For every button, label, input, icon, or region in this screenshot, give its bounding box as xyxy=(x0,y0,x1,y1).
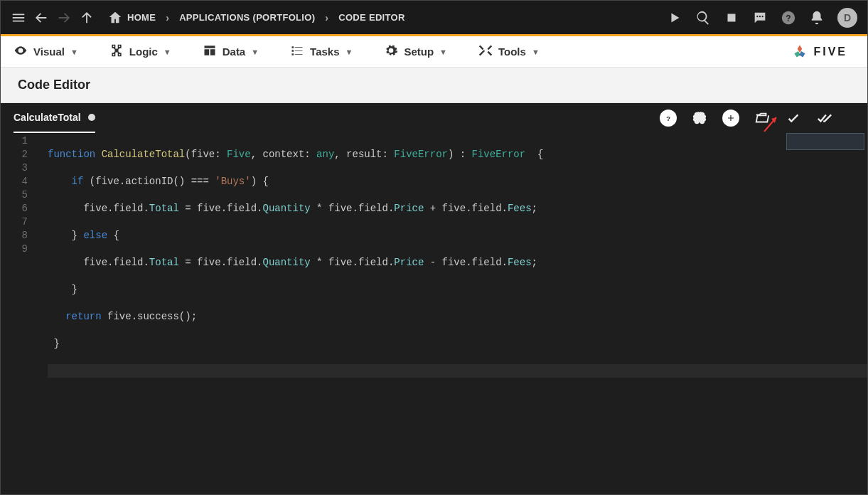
code-line: } xyxy=(48,283,867,297)
chevron-down-icon: ▼ xyxy=(164,48,171,56)
brand: FIVE xyxy=(791,43,854,61)
menu-tasks[interactable]: Tasks ▼ xyxy=(290,43,353,60)
code-line: function CalculateTotal(five: Five, cont… xyxy=(48,148,867,161)
code-line: five.field.Total = five.field.Quantity *… xyxy=(48,202,867,215)
line-number: 6 xyxy=(1,202,28,215)
brand-logo-icon xyxy=(791,43,809,61)
file-tab[interactable]: CalculateTotal xyxy=(14,103,95,133)
line-number: 1 xyxy=(1,134,28,148)
menu-logic[interactable]: Logic ▼ xyxy=(109,43,171,60)
tools-icon xyxy=(478,43,493,60)
chevron-right-icon: › xyxy=(325,12,328,23)
dirty-indicator-icon xyxy=(88,114,95,121)
double-check-icon[interactable] xyxy=(816,110,833,127)
breadcrumb: HOME › APPLICATIONS (PORTFOLIO) › CODE E… xyxy=(107,10,405,26)
editor-tab-row: CalculateTotal ? xyxy=(1,103,867,133)
menu-label: Tools xyxy=(498,46,526,58)
chat-icon[interactable] xyxy=(752,10,768,26)
gear-icon xyxy=(384,43,398,60)
stop-icon[interactable] xyxy=(724,10,739,26)
code-line: five.field.Total = five.field.Quantity *… xyxy=(48,256,867,270)
chevron-down-icon: ▼ xyxy=(532,48,540,56)
menu-label: Logic xyxy=(129,46,158,58)
breadcrumb-label: CODE EDITOR xyxy=(338,12,404,23)
breadcrumb-code-editor[interactable]: CODE EDITOR xyxy=(338,12,404,23)
menu-tools[interactable]: Tools ▼ xyxy=(478,43,540,60)
code-line: return five.success(); xyxy=(48,310,867,324)
play-icon[interactable] xyxy=(667,10,682,26)
menu-data[interactable]: Data ▼ xyxy=(203,43,259,60)
home-icon xyxy=(107,10,123,26)
line-number: 8 xyxy=(1,229,28,243)
menu-bar: Visual ▼ Logic ▼ Data ▼ Tasks ▼ Setup ▼ … xyxy=(1,36,867,68)
breadcrumb-label: APPLICATIONS (PORTFOLIO) xyxy=(179,12,315,23)
svg-text:?: ? xyxy=(666,115,670,122)
eye-icon xyxy=(14,43,28,60)
back-arrow-icon[interactable] xyxy=(33,10,49,26)
breadcrumb-applications[interactable]: APPLICATIONS (PORTFOLIO) xyxy=(179,12,315,23)
code-editor: CalculateTotal ? xyxy=(1,103,867,494)
hamburger-icon[interactable] xyxy=(11,10,26,26)
menu-visual[interactable]: Visual ▼ xyxy=(14,43,78,60)
check-icon[interactable] xyxy=(785,110,802,127)
up-arrow-icon[interactable] xyxy=(79,10,95,26)
menu-label: Tasks xyxy=(310,46,339,58)
minimap[interactable] xyxy=(786,133,864,150)
tasks-icon xyxy=(290,43,304,60)
code-content[interactable]: function CalculateTotal(five: Five, cont… xyxy=(38,134,867,405)
menu-label: Visual xyxy=(33,46,65,58)
svg-text:?: ? xyxy=(786,13,791,23)
chevron-down-icon: ▼ xyxy=(251,48,259,56)
forward-arrow-icon xyxy=(56,10,72,26)
code-line: } else { xyxy=(48,229,867,243)
menu-label: Data xyxy=(223,46,246,58)
editor-toolbar: ? xyxy=(660,110,833,127)
top-bar: HOME › APPLICATIONS (PORTFOLIO) › CODE E… xyxy=(1,1,867,36)
table-icon xyxy=(203,43,217,60)
code-line: } xyxy=(48,337,867,351)
line-number: 9 xyxy=(1,243,28,256)
add-button[interactable] xyxy=(722,110,739,127)
line-number: 4 xyxy=(1,175,28,188)
open-folder-icon[interactable] xyxy=(754,110,771,127)
svg-point-2 xyxy=(762,16,763,17)
page-title: Code Editor xyxy=(18,78,90,92)
file-name: CalculateTotal xyxy=(14,112,81,123)
line-number: 5 xyxy=(1,188,28,202)
menu-label: Setup xyxy=(404,46,434,58)
line-gutter: 1 2 3 4 5 6 7 8 9 xyxy=(1,134,38,405)
code-line: if (five.actionID() === 'Buys') { xyxy=(48,175,867,188)
svg-point-0 xyxy=(756,16,758,17)
line-number: 3 xyxy=(1,161,28,175)
menu-setup[interactable]: Setup ▼ xyxy=(384,43,447,60)
bell-icon[interactable] xyxy=(809,10,825,26)
topbar-actions: ? D xyxy=(667,8,857,28)
chevron-down-icon: ▼ xyxy=(70,48,78,56)
avatar-initial: D xyxy=(844,12,851,23)
chevron-down-icon: ▼ xyxy=(345,48,353,56)
line-number: 2 xyxy=(1,148,28,161)
help-icon[interactable]: ? xyxy=(781,10,796,26)
code-area[interactable]: 1 2 3 4 5 6 7 8 9 function CalculateTota… xyxy=(1,133,867,405)
chevron-down-icon: ▼ xyxy=(439,48,447,56)
svg-point-1 xyxy=(759,16,761,17)
breadcrumb-label: HOME xyxy=(127,12,156,23)
user-avatar[interactable]: D xyxy=(837,8,857,28)
brain-icon[interactable] xyxy=(691,110,708,127)
breadcrumb-home[interactable]: HOME xyxy=(107,10,156,26)
page-title-bar: Code Editor xyxy=(1,68,867,103)
line-number: 7 xyxy=(1,215,28,229)
logic-icon xyxy=(109,43,124,60)
code-line xyxy=(48,364,867,378)
brand-text: FIVE xyxy=(813,46,847,58)
chevron-right-icon: › xyxy=(166,12,169,23)
search-icon[interactable] xyxy=(695,10,711,26)
help-button[interactable]: ? xyxy=(660,110,677,127)
